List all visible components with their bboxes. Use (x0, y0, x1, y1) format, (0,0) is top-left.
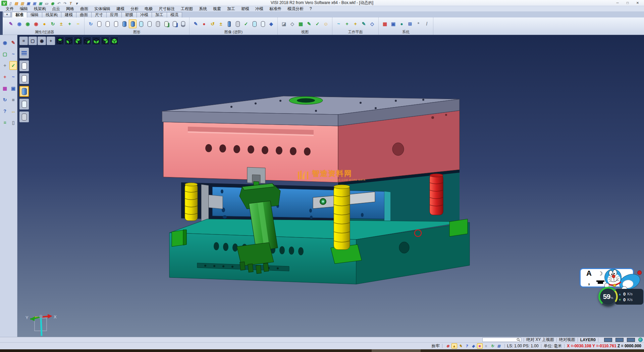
ruler-slant-icon[interactable]: / (423, 19, 431, 28)
select-plane-icon[interactable]: ▢ (1, 50, 9, 58)
cylinder-solid-selected-icon[interactable] (129, 19, 137, 28)
plusminus-view-icon[interactable]: ± (217, 19, 225, 28)
snap-grid-icon[interactable]: ⊞ (496, 343, 502, 349)
snap-pick-icon[interactable]: ◆ (471, 343, 476, 349)
cube-iso-view-icon[interactable] (110, 37, 118, 45)
tab-dropdown-icon[interactable]: ▼ (3, 12, 11, 17)
snap-rotate-icon[interactable]: ↻ (490, 343, 495, 349)
view-zoom-icon[interactable]: ◉ (38, 37, 46, 45)
refresh-visibility-icon[interactable]: ↻ (49, 19, 57, 28)
strip-cylinder-wire[interactable] (19, 112, 29, 122)
tab-应用[interactable]: 应用 (106, 12, 122, 17)
smiley-icon[interactable]: ☺ (322, 19, 330, 28)
tab-加工[interactable]: 加工 (152, 12, 167, 17)
menu-item[interactable]: 线架构 (31, 6, 49, 12)
layer-label[interactable]: LAYER0 (580, 338, 596, 342)
bookmark-green-icon[interactable]: ≡ (1, 118, 9, 127)
snap-layers-icon[interactable]: ≡ (483, 343, 489, 349)
cube-top-front-view-icon[interactable] (74, 37, 82, 45)
new-file-icon[interactable]: ▯ (7, 1, 13, 6)
add-visible-icon[interactable]: + (66, 19, 73, 28)
hide-remove-icon[interactable]: ◉ (32, 19, 40, 28)
remove-visible-icon[interactable]: − (74, 19, 82, 28)
toggle-visibility-icon[interactable]: ± (57, 19, 65, 28)
copy-page-icon[interactable]: ▯ (9, 118, 17, 127)
menu-item[interactable]: 编辑 (17, 6, 31, 12)
tab-模流[interactable]: 模流 (167, 12, 182, 17)
cylinder-outline-3-icon[interactable] (112, 19, 120, 28)
show-add-icon[interactable]: ◉ (24, 19, 32, 28)
tab-曲面[interactable]: 曲面 (76, 12, 92, 17)
menu-item[interactable]: 塑模 (238, 6, 252, 12)
plane-icon[interactable]: ◇ (368, 19, 376, 28)
cube-right-view-icon[interactable] (83, 37, 91, 45)
axis-triad-icon[interactable]: + (1, 73, 9, 81)
measure-width-icon[interactable]: ↔ (9, 107, 17, 116)
tab-冲模[interactable]: 冲模 (137, 12, 152, 17)
menu-item[interactable]: 冲模 (252, 6, 266, 12)
cube-front-view-icon[interactable] (65, 37, 73, 45)
open-file-icon[interactable]: ▤ (13, 1, 19, 6)
maximize-button[interactable]: □ (623, 0, 633, 6)
cylinder-hidden-icon[interactable] (146, 19, 153, 28)
menu-item[interactable]: 曲面 (77, 6, 91, 12)
menu-item[interactable]: 工程图 (178, 6, 196, 12)
refresh-view-icon[interactable]: ↻ (1, 95, 9, 104)
cylinder-pair-green-icon[interactable] (162, 19, 170, 28)
cylinder-wireframe-icon[interactable] (154, 19, 162, 28)
snap-help-icon[interactable]: ? (464, 343, 470, 349)
snap-brush-icon[interactable]: ✎ (458, 343, 464, 349)
view-mode-label[interactable]: 绝对 XY 上视图 (526, 337, 554, 343)
search-input[interactable] (482, 338, 521, 342)
view-menu-icon[interactable]: ≡ (19, 37, 28, 45)
menu-item[interactable]: 尺寸标注 (156, 6, 178, 12)
properties-brush-icon[interactable]: ✎ (7, 19, 15, 28)
palette-layers-icon[interactable]: ▦ (1, 84, 9, 93)
tools-icon[interactable]: T (68, 1, 73, 6)
menu-item[interactable]: 系统 (196, 6, 210, 12)
menu-item[interactable]: 电极 (142, 6, 156, 12)
bar-striped-icon[interactable] (234, 19, 241, 28)
sketch-view-icon[interactable]: ✎ (305, 19, 313, 28)
import-file-icon[interactable]: ▥ (19, 1, 25, 6)
grid-view-icon[interactable]: ▦ (297, 19, 305, 28)
cube-top-view-icon[interactable] (56, 37, 64, 45)
check-view-icon[interactable]: ✓ (242, 19, 250, 28)
undo-icon[interactable]: ↶ (56, 1, 61, 6)
tab-尺寸[interactable]: 尺寸 (91, 12, 107, 17)
app-logo-icon[interactable]: V (1, 1, 7, 6)
tab-建模[interactable]: 建模 (61, 12, 76, 17)
sketch-curve-icon[interactable]: ~ (9, 73, 17, 81)
window-grid-icon[interactable]: ⊞ (406, 19, 414, 28)
axis-gold-icon[interactable]: + (352, 19, 359, 28)
cube-gray-icon[interactable]: ■ (9, 95, 17, 104)
strip-cylinder-solid[interactable] (19, 86, 29, 97)
minimize-button[interactable]: ─ (612, 0, 623, 6)
bar-cyan-icon[interactable] (251, 19, 258, 28)
monitor-icon[interactable]: ▣ (389, 19, 397, 28)
strip-list-icon[interactable] (19, 48, 29, 58)
lock-label[interactable]: 拴牢 (432, 343, 440, 349)
tab-线架构[interactable]: 线架构 (42, 12, 61, 17)
cube-front-right-view-icon[interactable] (92, 37, 100, 45)
cylinder-transparent-icon[interactable] (137, 19, 145, 28)
3d-viewport[interactable]: Y X ≡▢◉+ 智造资料网 WWW.ZHIZAOZILIAO.COM MORE… (17, 35, 644, 337)
redo-icon[interactable]: ↷ (62, 1, 67, 6)
menu-item[interactable]: 实体编辑 (91, 6, 113, 12)
tab-编辑[interactable]: 编辑 (27, 12, 42, 17)
tab-标准[interactable]: 标准 (12, 12, 27, 17)
filter-document-icon[interactable]: ◉ (15, 19, 23, 28)
cube-axis-icon[interactable]: ◇ (288, 19, 296, 28)
menu-item[interactable]: 模流分析 (284, 6, 307, 12)
cylinder-outline-1-icon[interactable] (95, 19, 103, 28)
cylinder-solid-icon[interactable] (120, 19, 128, 28)
cylinder-outline-2-icon[interactable] (104, 19, 111, 28)
absolute-view-label[interactable]: 绝对视图 (559, 337, 575, 343)
zoom-plus-icon[interactable]: + (1, 61, 9, 70)
axis-green-icon[interactable]: + (343, 19, 351, 28)
menu-item[interactable]: 点云 (49, 6, 63, 12)
curve-pencil-icon[interactable]: ~ (9, 50, 17, 58)
menu-item[interactable]: 文件 (3, 6, 17, 12)
globe-icon[interactable]: ● (398, 19, 406, 28)
color-swatch-3[interactable] (627, 338, 635, 342)
